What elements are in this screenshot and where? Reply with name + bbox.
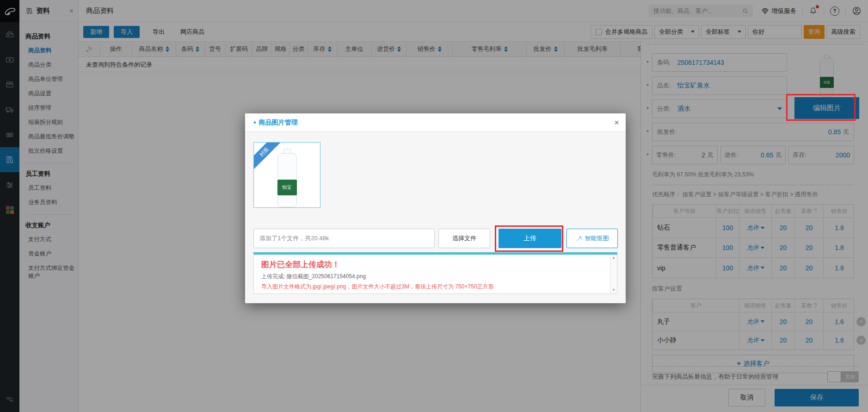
image-manager-modal: • 商品图片管理 × 怡宝 封面 添加了1个文件，共20.48k 选择文件 上传… [245, 113, 626, 303]
upload-button[interactable]: 上传 [499, 229, 561, 248]
upload-success-title: 图片已全部上传成功！ [261, 259, 603, 270]
bottle-image: 怡宝 [273, 149, 301, 207]
smart-cutout-button[interactable]: 智能抠图 [566, 229, 618, 248]
file-summary-box: 添加了1个文件，共20.48k [253, 229, 435, 248]
modal-title: 商品图片管理 [259, 119, 298, 127]
bottle-label: 怡宝 [277, 180, 297, 195]
scroll-up-icon[interactable]: ▲ [612, 256, 616, 260]
choose-file-button[interactable]: 选择文件 [438, 229, 490, 248]
bullet-icon: • [253, 119, 256, 127]
modal-header: • 商品图片管理 × [245, 113, 626, 132]
scrollbar[interactable]: ▲ ▼ [610, 255, 617, 293]
magic-wand-icon [576, 235, 583, 242]
cover-image-thumbnail[interactable]: 怡宝 封面 [253, 142, 320, 208]
upload-message-panel: 图片已全部上传成功！ 上传完成: 微信截图_20250617154054.png… [253, 255, 617, 294]
upload-hint-text: 导入图片文件格式为.jpg/.jpeg/.png，图片文件大小不超过3M，最佳上… [261, 283, 603, 291]
upload-done-text: 上传完成: 微信截图_20250617154054.png [261, 273, 603, 281]
modal-close-icon[interactable]: × [614, 118, 619, 127]
upload-row: 添加了1个文件，共20.48k 选择文件 上传 智能抠图 [253, 229, 618, 248]
app-root: 资料 × 商品资料 商品资料 商品分类 商品单位管理 商品设置 排序管理 组装拆… [0, 0, 868, 412]
scroll-down-icon[interactable]: ▼ [612, 288, 616, 292]
